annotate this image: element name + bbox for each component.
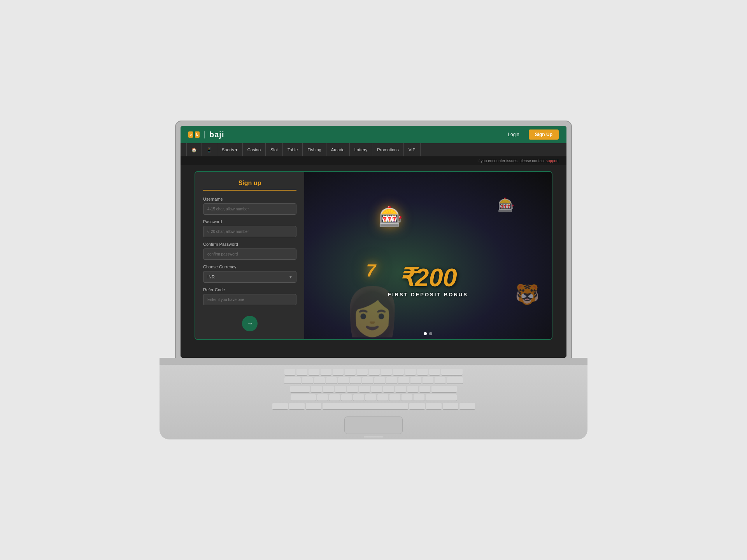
logo-icon: b b — [188, 131, 200, 138]
refer-code-input[interactable] — [203, 294, 296, 305]
signup-panel: Sign up Username Password Confirm Passwo — [195, 172, 304, 339]
password-label: Password — [203, 219, 296, 224]
content-box: Sign up Username Password Confirm Passwo — [195, 171, 552, 340]
logo-text: baji — [209, 130, 224, 139]
signup-title: Sign up — [203, 180, 296, 191]
currency-select[interactable]: INR USD BDT PKR — [203, 271, 296, 283]
username-group: Username — [203, 197, 296, 215]
login-button[interactable]: Login — [502, 130, 524, 140]
submit-button[interactable]: → — [242, 316, 258, 331]
refer-code-group: Refer Code — [203, 287, 296, 305]
arrow-right-icon: → — [246, 320, 253, 328]
signup-button[interactable]: Sign Up — [529, 130, 559, 140]
nav-vip[interactable]: VIP — [404, 143, 421, 156]
password-input[interactable] — [203, 226, 296, 237]
nav-table[interactable]: Table — [283, 143, 303, 156]
dot-2[interactable] — [429, 332, 432, 335]
currency-label: Choose Currency — [203, 264, 296, 269]
confirm-password-label: Confirm Password — [203, 242, 296, 247]
nav-lottery[interactable]: Lottery — [350, 143, 373, 156]
nav-arcade[interactable]: Arcade — [326, 143, 350, 156]
mobile-icon: 📱 — [207, 147, 212, 152]
banner-amount: ₹200 — [304, 265, 552, 290]
header-buttons: Login Sign Up — [502, 130, 559, 140]
username-input[interactable] — [203, 203, 296, 215]
notice-link[interactable]: support — [546, 159, 559, 163]
refer-code-label: Refer Code — [203, 287, 296, 292]
nav-slot[interactable]: Slot — [266, 143, 283, 156]
confirm-password-input[interactable] — [203, 248, 296, 260]
laptop-screen: b b baji Login — [181, 126, 566, 358]
nav-mobile[interactable]: 📱 — [202, 143, 217, 156]
banner-subtitle: FIRST DEPOSIT BONUS — [304, 292, 552, 298]
confirm-password-group: Confirm Password — [203, 242, 296, 260]
banner-background: 👩 🎰 7 🎰 — [304, 172, 552, 339]
keyboard-area — [160, 365, 587, 415]
nav-casino[interactable]: Casino — [243, 143, 266, 156]
notice-bar: If you encounter issues, please contact … — [181, 156, 566, 165]
laptop-hinge — [160, 358, 587, 365]
main-content: Sign up Username Password Confirm Passwo — [181, 165, 566, 358]
site-header: b b baji Login — [181, 126, 566, 143]
home-icon: 🏠 — [191, 147, 197, 152]
laptop-base — [160, 358, 587, 439]
nav-sports[interactable]: Sports ▾ — [217, 143, 243, 156]
nav-home[interactable]: 🏠 — [186, 143, 202, 156]
banner-panel: 👩 🎰 7 🎰 — [304, 172, 552, 339]
password-group: Password — [203, 219, 296, 237]
main-nav: 🏠 📱 Sports ▾ Casino Slot Tab — [181, 143, 566, 156]
touchpad[interactable] — [344, 416, 403, 434]
username-label: Username — [203, 197, 296, 201]
currency-select-wrapper: INR USD BDT PKR ▼ — [203, 271, 296, 283]
currency-group: Choose Currency INR USD BDT PKR ▼ — [203, 264, 296, 283]
nav-promotions[interactable]: Promotions — [372, 143, 404, 156]
nav-fishing[interactable]: Fishing — [303, 143, 326, 156]
notice-text: If you encounter issues, please contact — [477, 159, 545, 163]
logo: b b baji — [188, 130, 224, 139]
